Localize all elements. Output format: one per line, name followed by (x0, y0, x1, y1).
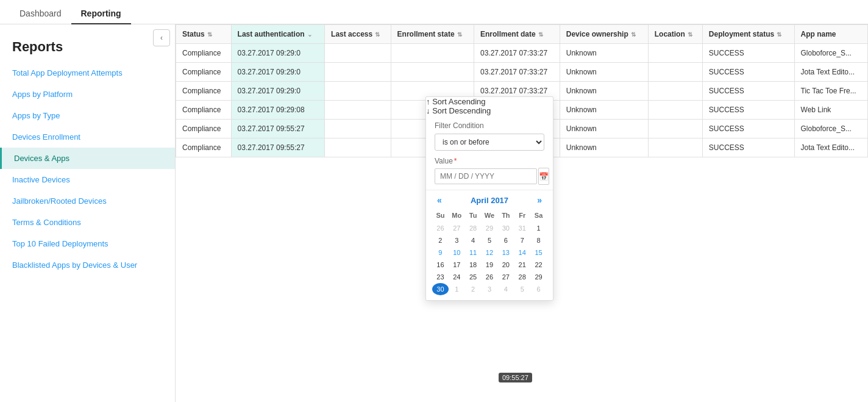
cal-day[interactable]: 4 (497, 283, 514, 295)
sidebar-title: Reports (0, 29, 175, 62)
col-enrollment-state[interactable]: Enrollment state ⇅ (391, 25, 474, 44)
sidebar-item-blacklisted-apps[interactable]: Blacklisted Apps by Devices & User (0, 254, 175, 276)
cal-day[interactable]: 13 (497, 246, 514, 259)
sidebar-item-devices-enrollment[interactable]: Devices Enrollment (0, 126, 175, 148)
sidebar-item-apps-by-type[interactable]: Apps by Type (0, 105, 175, 126)
cal-day[interactable]: 5 (514, 283, 530, 295)
cal-day[interactable]: 28 (465, 222, 482, 234)
cal-day[interactable]: 5 (482, 234, 498, 246)
cal-day[interactable]: 15 (530, 246, 547, 259)
top-nav: Dashboard Reporting (0, 0, 868, 24)
deployment-status-sort-icon: ⇅ (777, 31, 781, 38)
enrollment-state-sort-icon: ⇅ (457, 31, 462, 38)
cal-day[interactable]: 11 (465, 246, 482, 259)
sidebar-collapse-button[interactable]: ‹ (153, 29, 170, 46)
cal-day-today[interactable]: 30 (432, 283, 449, 295)
col-last-access[interactable]: Last access ⇅ (325, 25, 391, 44)
cal-day[interactable]: 21 (514, 259, 530, 271)
cal-day[interactable]: 19 (482, 259, 498, 271)
cal-day[interactable]: 4 (465, 234, 482, 246)
calendar-header: « April 2017 » (426, 190, 553, 210)
cal-day[interactable]: 23 (432, 271, 449, 283)
cal-day[interactable]: 28 (514, 271, 530, 283)
cal-day[interactable]: 7 (514, 234, 530, 246)
calendar-next-button[interactable]: » (535, 194, 544, 206)
col-deployment-status[interactable]: Deployment status ⇅ (702, 25, 794, 44)
cal-day[interactable]: 18 (465, 259, 482, 271)
cal-day[interactable]: 9 (432, 246, 449, 259)
sidebar-item-terms-conditions[interactable]: Terms & Conditions (0, 212, 175, 233)
cal-day[interactable]: 2 (432, 234, 449, 246)
sidebar-item-jailbroken-rooted[interactable]: Jailbroken/Rooted Devices (0, 190, 175, 212)
sort-ascending-item[interactable]: ↑ Sort Ascending (426, 97, 553, 106)
col-device-ownership[interactable]: Device ownership ⇅ (560, 25, 648, 44)
table-row: Compliance 03.27.2017 09:29:0 03.27.2017… (176, 63, 868, 82)
content-area: Status ⇅ Last authentication ⌄ (176, 24, 868, 402)
cal-day[interactable]: 16 (432, 259, 449, 271)
cal-day[interactable]: 14 (514, 246, 530, 259)
cal-day[interactable]: 30 (497, 222, 514, 234)
cal-day[interactable]: 31 (514, 222, 530, 234)
calendar-grid: Su Mo Tu We Th Fr Sa 26 27 28 29 30 31 1 (426, 210, 553, 295)
filter-select-row: is on or before is on or after equals is… (435, 134, 544, 151)
status-sort-icon: ⇅ (207, 31, 212, 38)
col-last-auth[interactable]: Last authentication ⌄ (231, 25, 325, 44)
cal-day[interactable]: 20 (497, 259, 514, 271)
col-status[interactable]: Status ⇅ (176, 25, 232, 44)
cal-day[interactable]: 1 (530, 222, 547, 234)
cal-day[interactable]: 3 (449, 234, 465, 246)
filter-condition-select[interactable]: is on or before is on or after equals is… (435, 134, 544, 151)
cal-day[interactable]: 12 (482, 246, 498, 259)
calendar-prev-button[interactable]: « (435, 194, 444, 206)
location-sort-icon: ⇅ (688, 31, 692, 38)
device-ownership-sort-icon: ⇅ (631, 31, 636, 38)
cal-day[interactable]: 6 (530, 283, 547, 295)
cal-day[interactable]: 6 (497, 234, 514, 246)
cal-day[interactable]: 22 (530, 259, 547, 271)
sort-desc-icon: ↓ (426, 106, 430, 115)
col-app-name[interactable]: App name (794, 25, 867, 44)
sidebar-item-total-app-deployment[interactable]: Total App Deployment Attempts (0, 62, 175, 84)
date-input-field[interactable] (435, 168, 537, 184)
calendar-days: 26 27 28 29 30 31 1 2 3 4 5 6 7 8 9 (432, 222, 547, 295)
table-row: Compliance 03.27.2017 09:29:0 03.27.2017… (176, 44, 868, 63)
calendar-month-year: April 2017 (471, 196, 508, 205)
filter-condition-label: Filter Condition (435, 121, 544, 130)
tab-dashboard[interactable]: Dashboard (10, 4, 71, 24)
cal-day[interactable]: 10 (449, 246, 465, 259)
sidebar-item-top10-failed[interactable]: Top 10 Failed Deployments (0, 233, 175, 254)
value-label: Value* (435, 157, 544, 165)
sidebar-item-devices-apps[interactable]: Devices & Apps (0, 148, 175, 169)
value-section: Value* 📅 (426, 157, 553, 188)
cal-day[interactable]: 26 (482, 271, 498, 283)
col-location[interactable]: Location ⇅ (648, 25, 702, 44)
cal-day[interactable]: 29 (530, 271, 547, 283)
last-access-sort-icon: ⇅ (375, 31, 380, 38)
sort-asc-icon: ↑ (426, 97, 430, 106)
sidebar: Reports ‹ Total App Deployment Attempts … (0, 24, 176, 402)
cal-day[interactable]: 24 (449, 271, 465, 283)
enrollment-date-sort-icon: ⇅ (538, 31, 543, 38)
last-auth-sort-icon: ⌄ (307, 31, 312, 38)
sort-descending-item[interactable]: ↓ Sort Descending (426, 106, 553, 115)
cal-day[interactable]: 27 (449, 222, 465, 234)
filter-dropdown-popup: ↑ Sort Ascending ↓ Sort Descending Filte… (425, 96, 553, 301)
cal-day[interactable]: 8 (530, 234, 547, 246)
cal-day[interactable]: 25 (465, 271, 482, 283)
cal-day[interactable]: 29 (482, 222, 498, 234)
cal-day[interactable]: 1 (449, 283, 465, 295)
sidebar-item-apps-by-platform[interactable]: Apps by Platform (0, 84, 175, 105)
cal-day[interactable]: 26 (432, 222, 449, 234)
calendar-toggle-button[interactable]: 📅 (538, 168, 549, 185)
main-layout: Reports ‹ Total App Deployment Attempts … (0, 24, 868, 402)
date-input-row: 📅 (435, 168, 544, 185)
tab-reporting[interactable]: Reporting (71, 4, 131, 24)
cal-day[interactable]: 17 (449, 259, 465, 271)
filter-section: Filter Condition is on or before is on o… (426, 115, 553, 151)
calendar-days-header: Su Mo Tu We Th Fr Sa (432, 210, 547, 221)
cal-day[interactable]: 3 (482, 283, 498, 295)
sidebar-item-inactive-devices[interactable]: Inactive Devices (0, 169, 175, 190)
cal-day[interactable]: 27 (497, 271, 514, 283)
cal-day[interactable]: 2 (465, 283, 482, 295)
col-enrollment-date[interactable]: Enrollment date ⇅ (474, 25, 560, 44)
